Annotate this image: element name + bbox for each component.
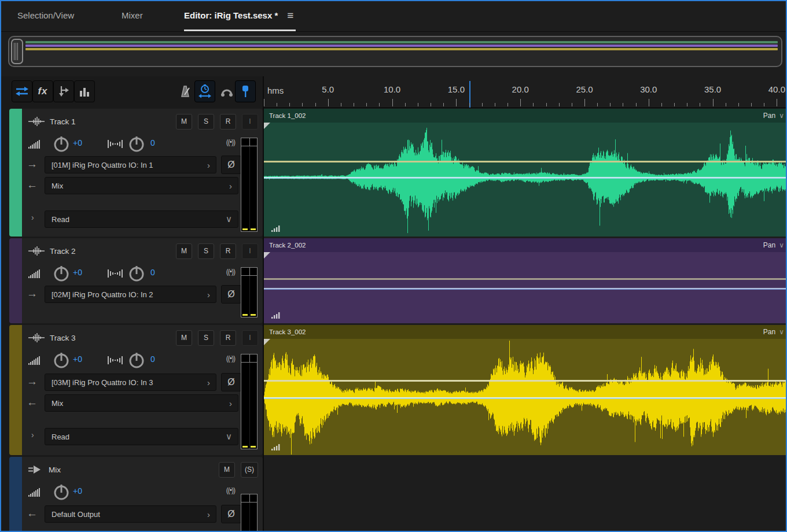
marker-button[interactable]: [235, 80, 256, 102]
monitor-icon[interactable]: ((•)): [226, 138, 235, 146]
show-sends-button[interactable]: [53, 80, 74, 102]
pan-value[interactable]: 0: [150, 354, 155, 364]
automation-mode-select[interactable]: Read ∨: [45, 210, 238, 228]
timeline-ruler[interactable]: hms 5.010.015.020.025.030.035.040.0: [264, 81, 787, 108]
pan-value[interactable]: 0: [150, 268, 155, 277]
record-arm-button[interactable]: R: [220, 330, 236, 346]
clip-pan-selector[interactable]: Pan∨: [763, 112, 784, 120]
mute-button[interactable]: M: [176, 114, 192, 130]
pan-envelope-line[interactable]: [264, 397, 787, 399]
phase-toggle-button[interactable]: Ø: [221, 285, 241, 304]
track-waveform-icon: [28, 246, 45, 256]
volume-knob[interactable]: [52, 264, 71, 283]
tab-editor[interactable]: Editor: iRig Test.sesx * ≡: [184, 1, 296, 31]
volume-envelope-line[interactable]: [264, 380, 787, 382]
solo-button[interactable]: S: [198, 114, 214, 130]
audio-clip-track1[interactable]: Track 1_002 Pan∨: [264, 109, 787, 237]
ruler-tick: [584, 99, 585, 106]
chevron-right-icon: ›: [207, 378, 210, 387]
phase-toggle-button[interactable]: Ø: [221, 505, 241, 523]
volume-knob[interactable]: [52, 351, 71, 370]
ruler-tick: [482, 103, 483, 106]
monitor-icon[interactable]: ((•)): [226, 486, 235, 494]
show-effects-button[interactable]: fx: [32, 80, 53, 102]
ruler-tick: [700, 103, 700, 106]
show-eq-button[interactable]: [74, 80, 95, 102]
input-select[interactable]: [02M] iRig Pro Quattro IO: In 2 ›: [45, 286, 216, 303]
volume-knob[interactable]: [52, 483, 71, 501]
output-select[interactable]: Mix ›: [45, 394, 238, 412]
metronome-button[interactable]: [175, 80, 196, 102]
volume-value[interactable]: +0: [73, 268, 82, 277]
navigator-left-handle[interactable]: [11, 39, 23, 64]
navigator-stripe-track2: [25, 45, 778, 47]
output-select[interactable]: Mix ›: [45, 177, 238, 194]
meter-peak-right: [251, 228, 256, 230]
pan-knob[interactable]: [127, 264, 146, 283]
show-inputs-outputs-button[interactable]: [12, 80, 32, 102]
stretch-clock-button[interactable]: [194, 80, 215, 102]
monitor-icon[interactable]: ((•)): [226, 268, 235, 276]
input-select[interactable]: [01M] iRig Pro Quattro IO: In 1 ›: [45, 156, 216, 173]
pan-knob[interactable]: [127, 135, 146, 153]
pan-envelope-line[interactable]: [264, 288, 787, 290]
mute-button[interactable]: M: [219, 462, 235, 478]
chevron-right-icon: ›: [229, 398, 232, 408]
monitoring-button[interactable]: [216, 80, 237, 102]
solo-button[interactable]: S: [198, 330, 214, 346]
pan-value[interactable]: 0: [150, 138, 155, 147]
phase-toggle-button[interactable]: Ø: [221, 156, 241, 174]
fade-in-handle[interactable]: [264, 252, 270, 258]
mix-lane: [264, 457, 787, 531]
clip-pan-selector[interactable]: Pan∨: [763, 328, 784, 336]
automation-expand-icon[interactable]: ›: [31, 430, 34, 439]
tab-mixer[interactable]: Mixer: [122, 1, 143, 29]
pan-envelope-line[interactable]: [264, 177, 787, 179]
panel-menu-icon[interactable]: ≡: [287, 9, 293, 22]
ruler-tick: [341, 103, 341, 106]
caret-down-icon: ∨: [226, 431, 232, 442]
input-monitor-button[interactable]: I: [242, 114, 258, 130]
multitrack-editor-panel: Selection/View Mixer Editor: iRig Test.s…: [0, 0, 787, 532]
clip-gain-icon[interactable]: [271, 444, 281, 450]
input-select[interactable]: [03M] iRig Pro Quattro IO: In 3 ›: [45, 374, 216, 391]
clip-pan-selector[interactable]: Pan∨: [763, 241, 784, 249]
ruler-tick: [418, 103, 418, 106]
mix-track-header: Mix M (S) +0 ((•)) ← Default Output › Ø: [9, 457, 263, 531]
monitor-icon[interactable]: ((•)): [226, 354, 235, 363]
volume-envelope-line[interactable]: [264, 161, 787, 162]
record-arm-button[interactable]: R: [220, 243, 236, 259]
volume-value[interactable]: +0: [73, 354, 82, 364]
volume-knob[interactable]: [52, 135, 71, 153]
fade-in-handle[interactable]: [264, 123, 270, 129]
solo-button[interactable]: S: [198, 243, 214, 259]
tab-selection-view[interactable]: Selection/View: [17, 1, 74, 29]
volume-envelope-line[interactable]: [264, 278, 787, 280]
automation-expand-icon[interactable]: ›: [31, 213, 34, 222]
volume-value[interactable]: +0: [73, 486, 82, 496]
track3-color-strip: [9, 325, 22, 455]
ruler-tick: [431, 103, 431, 106]
volume-value[interactable]: +0: [73, 138, 82, 147]
mute-button[interactable]: M: [176, 330, 192, 346]
record-arm-button[interactable]: R: [220, 114, 236, 130]
clip-gain-icon[interactable]: [271, 226, 281, 232]
volume-bars-icon: [28, 356, 41, 365]
phase-toggle-button[interactable]: Ø: [221, 373, 241, 391]
clip-gain-icon[interactable]: [271, 312, 281, 319]
automation-mode-select[interactable]: Read ∨: [45, 428, 238, 445]
mute-button[interactable]: M: [176, 243, 192, 259]
solo-safe-button[interactable]: (S): [241, 462, 258, 478]
ruler-tick: [751, 103, 752, 106]
input-monitor-button[interactable]: I: [242, 330, 258, 346]
input-monitor-button[interactable]: I: [242, 243, 258, 259]
output-select[interactable]: Default Output ›: [45, 505, 216, 523]
ruler-tick: [328, 99, 329, 106]
fade-in-handle[interactable]: [264, 339, 270, 345]
ruler-tick: [674, 103, 675, 106]
mixdown-arrow-icon: [28, 465, 43, 474]
audio-clip-track2[interactable]: Track 2_002 Pan∨: [264, 238, 787, 323]
zoom-navigator[interactable]: [8, 36, 782, 67]
audio-clip-track3[interactable]: Track 3_002 Pan∨: [264, 325, 787, 455]
pan-knob[interactable]: [127, 351, 146, 370]
